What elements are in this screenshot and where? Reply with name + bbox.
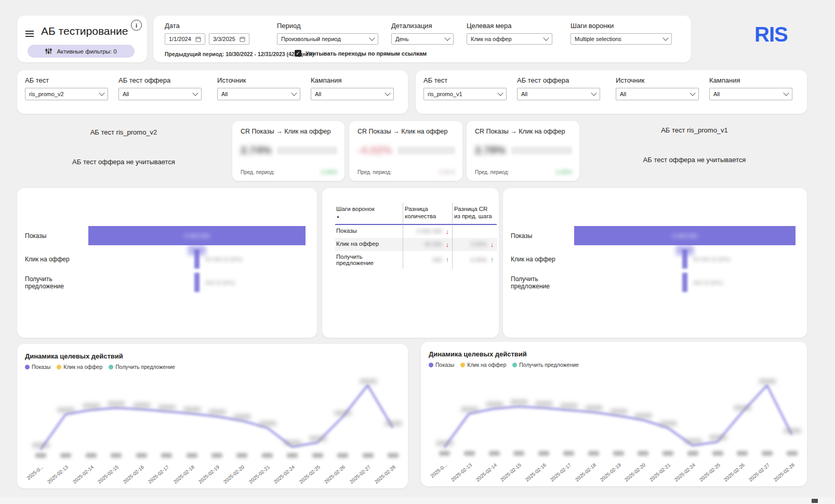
chevron-down-icon <box>690 90 695 96</box>
period-dropdown-value: Произвольный период <box>281 36 341 42</box>
target-measure-dropdown-value: Клик на оффер <box>471 36 512 42</box>
funnel-bar-offer-clicks[interactable] <box>194 249 200 269</box>
blurred-data-label <box>687 451 698 456</box>
blurred-data-label <box>183 407 201 412</box>
blurred-data-label <box>486 402 503 407</box>
funnel-step-label: Получить предложение <box>25 275 88 290</box>
funnel-bar-get-offer[interactable] <box>194 273 200 292</box>
period-filter-label: Период <box>277 22 378 30</box>
target-measure-dropdown[interactable]: Клик на оффер <box>467 33 552 45</box>
campaign-dropdown[interactable]: All <box>709 88 792 100</box>
campaign-dropdown-value: All <box>315 91 321 97</box>
date-filter-label: Дата <box>165 22 249 30</box>
trend-arrow-icon: ↓ <box>489 241 495 248</box>
period-dropdown[interactable]: Произвольный период <box>277 33 378 45</box>
direct-links-checkbox-row[interactable]: ✓ Учитывать переходы по прямым ссылкам <box>295 50 427 57</box>
chevron-down-icon <box>99 90 104 96</box>
scrollbar-thumb[interactable] <box>812 499 818 503</box>
blurred-data-label <box>610 409 628 414</box>
legend-item-impressions[interactable]: Показы <box>429 362 454 368</box>
legend-dot <box>460 363 465 367</box>
horizontal-scrollbar[interactable] <box>0 497 835 504</box>
ab-test-filter-label: АБ тест <box>25 76 108 84</box>
source-dropdown[interactable]: All <box>616 88 699 100</box>
legend-item-get-offer[interactable]: Получить предложение <box>109 364 175 370</box>
dashboard-canvas: АБ тестирование i Активные фильтры: 0 Да… <box>0 0 835 504</box>
table-row[interactable]: Показы 0 000 000 ↓ <box>335 225 497 238</box>
active-filters-button[interactable]: Активные фильтры: 0 <box>28 45 135 58</box>
kpi-title: CR Показы → Клик на оффер <box>357 128 447 135</box>
offer-test-dropdown[interactable]: All <box>118 88 202 100</box>
funnel-value-blurred: 000 (0.00%) <box>205 280 235 286</box>
table-cell-step: Получить предложение <box>335 251 403 269</box>
date-to-input[interactable]: 3/3/2025 <box>209 33 249 45</box>
legend-item-get-offer[interactable]: Получить предложение <box>512 362 579 368</box>
blurred-data-label <box>563 451 574 456</box>
ris-logo: RIS <box>754 23 788 46</box>
granularity-dropdown[interactable]: День <box>391 33 454 45</box>
funnel-bar-get-offer[interactable] <box>682 273 687 292</box>
blurred-data-label <box>233 414 251 419</box>
table-value-blurred: 0 000 000 <box>417 228 442 234</box>
ab-test-dropdown-value: ris_promo_v2 <box>29 91 64 97</box>
offer-test-dropdown-value: All <box>123 91 129 97</box>
blurred-data-label <box>762 451 773 456</box>
blurred-data-label <box>208 409 226 415</box>
source-filter-label: Источник <box>616 76 699 84</box>
blurred-data-label <box>461 407 479 412</box>
table-header-qty-diff[interactable]: Разница количества <box>403 203 452 225</box>
blurred-data-label <box>385 421 402 426</box>
blurred-data-label <box>560 403 578 408</box>
ab-test-dropdown[interactable]: ris_promo_v2 <box>25 88 108 100</box>
sliders-icon <box>45 48 52 55</box>
blurred-data-label <box>734 405 751 410</box>
campaign-dropdown-value: All <box>713 91 720 97</box>
variant-b-summary: АБ тест ris_promo_v1 АБ тест оффера не у… <box>582 126 807 164</box>
calendar-icon[interactable] <box>240 36 245 42</box>
legend-item-offer-clicks[interactable]: Клик на оффер <box>57 364 102 370</box>
variant-a-dynamics-chart: Динамика целевых действий Показы Клик на… <box>17 344 408 488</box>
date-to-value: 3/3/2025 <box>213 36 235 42</box>
legend-label: Клик на оффер <box>467 362 506 368</box>
blurred-data-label <box>136 453 147 458</box>
table-header-cr-diff[interactable]: Разница CR из пред. шага <box>452 203 497 225</box>
previous-period-value-blurred: 2.51% <box>439 169 455 175</box>
table-row[interactable]: Клик на оффер 00 000 ↓ 0.00% ↓ <box>335 238 497 251</box>
legend-label: Клик на оффер <box>63 364 102 370</box>
blurred-data-label <box>360 379 377 384</box>
kpi-title: CR Показы → Клик на оффер <box>241 128 330 135</box>
chart-title: Динамика целевых действий <box>25 352 123 360</box>
source-dropdown[interactable]: All <box>217 88 300 100</box>
blurred-data-label <box>513 451 524 456</box>
blurred-data-label <box>759 379 776 384</box>
funnel-steps-dropdown[interactable]: Multiple selections <box>571 33 672 45</box>
date-from-input[interactable]: 1/1/2024 <box>165 33 205 45</box>
blurred-data-label <box>363 453 374 458</box>
calendar-icon[interactable] <box>195 36 201 42</box>
menu-icon[interactable] <box>25 29 35 38</box>
page-title: АБ тестирование <box>41 25 128 37</box>
blurred-secondary-value <box>511 147 572 154</box>
blurred-data-label <box>236 453 247 458</box>
variant-b-title: АБ тест ris_promo_v1 <box>582 126 807 134</box>
funnel-step-label: Показы <box>511 232 574 240</box>
ab-test-dropdown-value: ris_promo_v1 <box>428 91 462 97</box>
checkbox-checked-icon[interactable]: ✓ <box>295 50 301 57</box>
info-icon[interactable]: i <box>131 20 142 31</box>
legend-dot <box>109 365 113 369</box>
funnel-steps-filter-group: Шаги воронки Multiple selections <box>571 22 672 45</box>
blurred-data-label <box>108 401 125 406</box>
legend-item-impressions[interactable]: Показы <box>25 364 50 370</box>
offer-test-dropdown[interactable]: All <box>517 88 600 100</box>
trend-arrow-icon: ↓ <box>444 228 450 235</box>
funnel-value-blurred: 0 000 000 <box>184 233 210 239</box>
campaign-dropdown[interactable]: All <box>311 88 394 100</box>
table-row[interactable]: Получить предложение 000 ↑ 0.00% ↑ <box>335 251 497 269</box>
funnel-bar-offer-clicks[interactable] <box>682 249 687 269</box>
trend-arrow-icon: ↑ <box>489 256 495 263</box>
legend-item-offer-clicks[interactable]: Клик на оффер <box>460 362 506 368</box>
table-header-steps[interactable]: Шаги воронок ▲ <box>335 203 403 225</box>
source-dropdown-value: All <box>221 91 228 97</box>
ab-test-dropdown[interactable]: ris_promo_v1 <box>423 88 507 100</box>
funnel-step-label: Клик на оффер <box>511 256 574 263</box>
